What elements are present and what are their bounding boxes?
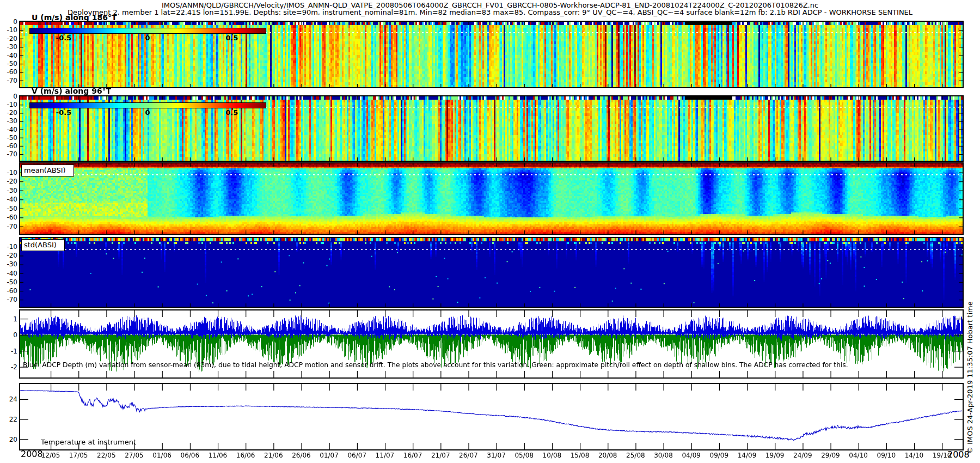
y-tick-label: -20 [0, 252, 17, 259]
y-tick-label: -50 [0, 134, 17, 142]
colorbar-tick-label: 0 [134, 34, 161, 42]
y-tick-label: -10 [0, 101, 17, 108]
y-tick-label: -40 [0, 52, 17, 59]
colorbar-tick-label: 0.5 [218, 34, 246, 42]
y-tick-label: -30 [0, 260, 17, 268]
y-tick-label: -50 [0, 205, 17, 212]
colorbar-tick-label: 0 [134, 108, 161, 117]
std-absi-panel [19, 237, 964, 308]
y-tick-label: -10 [0, 26, 17, 34]
x-date-label: 19/10 [926, 452, 958, 460]
y-tick-label: 24 [0, 395, 17, 403]
y-tick-label: -30 [0, 187, 17, 194]
temperature-label: Temperature at instrument [41, 438, 136, 446]
y-tick-label: -2 [0, 363, 17, 371]
y-tick-label: -40 [0, 270, 17, 277]
adcp-plot-page: IMOS/ANMN/QLD/GBRCCH/Velocity/IMOS_ANMN-… [0, 0, 980, 463]
colorbar-tick-label: 0.5 [218, 108, 246, 117]
u-velocity-heatmap-canvas [20, 22, 963, 87]
y-tick-label: -1 [0, 348, 17, 355]
y-tick-label: 1 [0, 315, 17, 323]
y-tick-label: -30 [0, 43, 17, 51]
y-tick-label: -60 [0, 142, 17, 150]
y-tick-label: -70 [0, 296, 17, 303]
y-tick-label: -70 [0, 77, 17, 84]
y-tick-label: -50 [0, 278, 17, 286]
y-tick-label: -10 [0, 169, 17, 176]
y-tick-label: -50 [0, 60, 17, 68]
plot-subtitle-deployment: Deployment 2, member 1 lat=22.41S lon=15… [0, 8, 980, 16]
y-tick-label: -10 [0, 243, 17, 251]
y-tick-label: -60 [0, 68, 17, 76]
v-velocity-heatmap-canvas [20, 96, 963, 161]
mean-absi-label: mean(ABSI) [21, 165, 74, 176]
y-tick-label: -20 [0, 178, 17, 185]
y-tick-label: 0 [0, 331, 17, 339]
y-tick-label: -60 [0, 214, 17, 221]
u-velocity-panel [19, 21, 964, 88]
v-panel-title: V (m/s) along 96°T [32, 87, 111, 95]
y-tick-label: 22 [0, 416, 17, 423]
y-tick-label: -60 [0, 287, 17, 295]
mean-absi-panel [19, 162, 964, 235]
y-tick-label: 0 [0, 18, 17, 26]
temperature-panel [19, 383, 964, 450]
y-tick-label: -40 [0, 126, 17, 133]
imos-copyright-watermark: © IMOS 24-Apr-2019 11:35:07 Hobart time [966, 301, 974, 454]
y-tick-label: -30 [0, 117, 17, 125]
depth-variation-annotation: Blue: ADCP Depth (m) variation from sens… [23, 361, 848, 369]
y-tick-label: -40 [0, 196, 17, 203]
y-tick-label: -20 [0, 109, 17, 117]
mean-absi-heatmap-canvas [20, 163, 963, 234]
v-velocity-panel [19, 95, 964, 162]
y-tick-label: 0 [0, 93, 17, 100]
colorbar-tick-label: -0.5 [50, 34, 77, 42]
colorbar-tick-label: -0.5 [50, 108, 77, 117]
temperature-line-canvas [20, 384, 963, 449]
y-tick-label: -70 [0, 150, 17, 158]
y-tick-label: -70 [0, 223, 17, 230]
y-tick-label: -20 [0, 35, 17, 42]
y-tick-label: 20 [0, 436, 17, 443]
std-absi-label: std(ABSI) [21, 239, 65, 251]
std-absi-heatmap-canvas [20, 238, 963, 307]
